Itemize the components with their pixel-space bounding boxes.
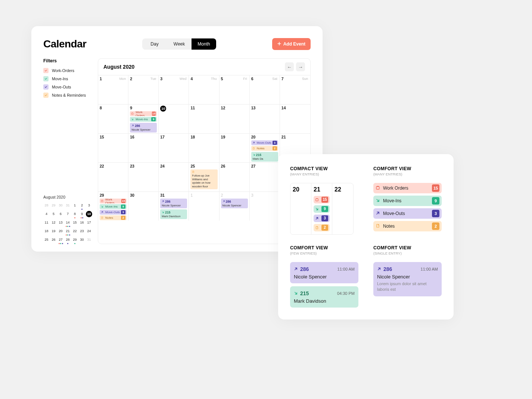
mini-day[interactable]: 8 (72, 211, 78, 218)
mini-day[interactable]: 27 (57, 237, 64, 244)
mini-day[interactable]: 5 (50, 211, 57, 218)
day-cell[interactable]: 14 (280, 104, 310, 133)
mini-day[interactable]: 14 (65, 219, 71, 227)
compact-pill-red[interactable]: 15 (314, 196, 330, 203)
mini-day[interactable]: 13 (57, 219, 64, 227)
day-cell[interactable]: 26 (220, 162, 250, 191)
mini-day[interactable]: 12 (50, 219, 57, 227)
day-cell[interactable]: Thu4 (189, 75, 219, 104)
next-month-button[interactable]: → (296, 62, 305, 71)
day-cell[interactable]: 9Work Orders15Move-Ins9286Nicole Spencer (128, 104, 159, 133)
mini-day[interactable]: 23 (79, 228, 85, 236)
mini-day[interactable]: 9 (79, 211, 85, 218)
day-cell[interactable]: 10 (159, 104, 189, 133)
mini-day[interactable]: 18 (43, 228, 50, 236)
mini-day[interactable]: 7 (65, 211, 71, 218)
day-cell[interactable]: Fri5 (220, 75, 250, 104)
day-cell[interactable]: 27 (250, 162, 280, 191)
mini-day[interactable]: 6 (57, 211, 64, 218)
event-block-green[interactable]: 215Mark Davidson (160, 209, 187, 219)
day-cell[interactable]: 8 (98, 104, 128, 133)
mini-day[interactable]: 1 (72, 202, 78, 210)
comfort-row-yellow[interactable]: Notes2 (373, 221, 442, 231)
day-cell[interactable]: 15 (98, 133, 128, 162)
mini-day[interactable]: 2 (79, 202, 85, 210)
mini-day[interactable]: 19 (50, 228, 57, 236)
mini-day[interactable]: 31 (65, 202, 71, 210)
comfort-row-purple[interactable]: Move-Outs3 (373, 208, 442, 219)
day-cell[interactable]: 30 (128, 191, 159, 221)
mini-day[interactable]: 16 (79, 219, 85, 227)
day-cell[interactable]: 17 (159, 133, 189, 162)
event-pill-yellow[interactable]: Notes2 (100, 215, 127, 220)
event-pill-purple[interactable]: Move-Outs3 (100, 210, 127, 215)
event-pill-green[interactable]: Move-Ins9 (130, 117, 157, 122)
event-block-purple[interactable]: 286Nicole Spencer (130, 123, 157, 133)
tab-week[interactable]: Week (167, 38, 192, 50)
mini-day[interactable]: 20 (57, 228, 64, 236)
event-pill-green[interactable]: Move-Ins9 (100, 204, 127, 209)
day-cell[interactable]: 25Follow-up Joe Williams and update on h… (189, 162, 219, 191)
filter-red[interactable]: Work-Orders (43, 68, 93, 73)
day-cell[interactable]: 31286Nicole Spencer215Mark Davidson (159, 191, 189, 221)
prev-month-button[interactable]: ← (285, 62, 294, 71)
day-cell[interactable]: 2286Nicole Spencer (220, 191, 250, 221)
event-block-yellow[interactable]: Follow-up Joe Williams and update on how… (190, 169, 217, 189)
mini-day[interactable]: 4 (43, 211, 50, 218)
day-cell[interactable]: 3 (250, 191, 280, 221)
compact-pill-yellow[interactable]: 2 (314, 224, 330, 231)
mini-day[interactable]: 25 (43, 237, 50, 244)
event-block-purple[interactable]: 286Nicole Spencer (160, 199, 187, 208)
tab-day[interactable]: Day (142, 38, 167, 50)
mini-day[interactable]: 22 (72, 228, 78, 236)
mini-day[interactable]: 31 (86, 237, 92, 244)
entry-card-green[interactable]: 21504:30 PM Mark Davidson (290, 286, 358, 308)
mini-day[interactable]: 29 (50, 202, 57, 210)
mini-day[interactable]: 29 (72, 237, 78, 244)
mini-day[interactable]: 30 (57, 202, 64, 210)
entry-card-purple[interactable]: 28611:00 AM Nicole Spencer (290, 262, 358, 283)
day-cell[interactable]: Sat6 (250, 75, 280, 104)
compact-pill-green[interactable]: 9 (314, 205, 330, 213)
entry-card-purple[interactable]: 28611:00 AM Nicole Spencer Lorem ipsum d… (373, 262, 442, 296)
day-cell[interactable]: 18 (189, 133, 219, 162)
compact-pill-purple[interactable]: 3 (314, 215, 330, 222)
event-block-green[interactable]: 215Mark Da (251, 152, 278, 162)
event-block-purple[interactable]: 286Nicole Spencer (221, 199, 248, 208)
day-cell[interactable]: 1 (189, 191, 219, 221)
comfort-row-red[interactable]: Work Orders15 (373, 183, 442, 193)
add-event-button[interactable]: Add Event (272, 38, 311, 50)
day-cell[interactable]: 20Move-Outs3Notes2215Mark Da (250, 133, 280, 162)
filter-green[interactable]: Move-Ins (43, 76, 93, 81)
day-cell[interactable]: Wed3 (159, 75, 189, 104)
day-cell[interactable]: Sun7 (280, 75, 310, 104)
day-cell[interactable]: Mon1 (98, 75, 128, 104)
day-cell[interactable]: Tue2 (128, 75, 159, 104)
mini-day[interactable]: 30 (79, 237, 85, 244)
mini-day[interactable]: 26 (50, 237, 57, 244)
comfort-row-green[interactable]: Move-Ins9 (373, 196, 442, 206)
day-cell[interactable]: 24 (159, 162, 189, 191)
tab-month[interactable]: Month (192, 38, 216, 50)
day-cell[interactable]: 12 (220, 104, 250, 133)
event-pill-red[interactable]: Work Orders15 (130, 111, 157, 116)
filter-yellow[interactable]: Notes & Reminders (43, 93, 93, 98)
event-pill-red[interactable]: Work Orders15 (100, 199, 127, 203)
day-cell[interactable]: 16 (128, 133, 159, 162)
mini-day[interactable]: 15 (72, 219, 78, 227)
mini-day[interactable]: 28 (43, 202, 50, 210)
day-cell[interactable]: 13 (250, 104, 280, 133)
event-pill-purple[interactable]: Move-Outs3 (251, 140, 278, 145)
mini-day[interactable]: 10 (86, 211, 92, 218)
filter-purple[interactable]: Move-Outs (43, 84, 93, 90)
mini-day[interactable]: 21 (65, 228, 71, 236)
mini-day[interactable]: 17 (86, 219, 92, 227)
mini-day[interactable]: 11 (43, 219, 50, 227)
day-cell[interactable]: 22 (98, 162, 128, 191)
mini-day[interactable]: 24 (86, 228, 92, 236)
mini-day[interactable]: 28 (65, 237, 71, 244)
event-pill-yellow[interactable]: Notes2 (251, 146, 278, 151)
day-cell[interactable]: 19 (220, 133, 250, 162)
mini-day[interactable]: 3 (86, 202, 92, 210)
day-cell[interactable]: 11 (189, 104, 219, 133)
